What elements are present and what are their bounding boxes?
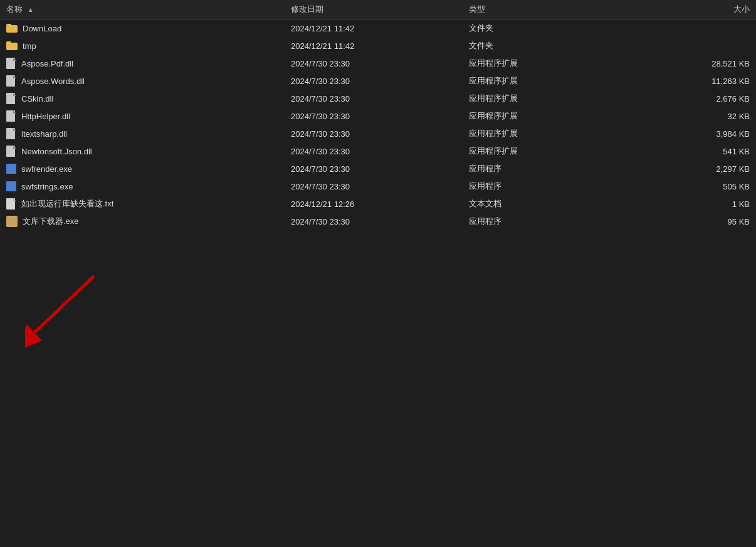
file-modified-1: 2024/12/21 11:42: [285, 37, 463, 55]
table-row[interactable]: tmp2024/12/21 11:42文件夹: [0, 37, 756, 55]
file-name-cell-8: swfrender.exe: [0, 160, 285, 178]
annotation-arrow: [25, 270, 125, 395]
table-row[interactable]: HttpHelper.dll2024/7/30 23:30应用程序扩展32 KB: [0, 107, 756, 125]
table-row[interactable]: Aspose.Pdf.dll2024/7/30 23:30应用程序扩展28,52…: [0, 55, 756, 72]
file-name-text-1: tmp: [23, 41, 36, 51]
file-icon-7: [6, 146, 16, 157]
column-header-size[interactable]: 大小: [622, 0, 756, 19]
file-type-0: 文件夹: [463, 19, 622, 38]
file-name-text-6: itextsharp.dll: [21, 129, 67, 139]
file-name-cell-7: Newtonsoft.Json.dll: [0, 142, 285, 160]
file-name-cell-5: HttpHelper.dll: [0, 107, 285, 125]
file-size-1: [622, 37, 756, 55]
file-type-4: 应用程序扩展: [463, 90, 622, 107]
file-size-2: 28,521 KB: [622, 55, 756, 72]
table-row[interactable]: swfrender.exe2024/7/30 23:30应用程序2,297 KB: [0, 160, 756, 178]
file-modified-10: 2024/12/21 12:26: [285, 195, 463, 213]
table-row[interactable]: Newtonsoft.Json.dll2024/7/30 23:30应用程序扩展…: [0, 142, 756, 160]
file-modified-0: 2024/12/21 11:42: [285, 19, 463, 38]
file-icon-11: [6, 216, 18, 227]
file-size-8: 2,297 KB: [622, 160, 756, 178]
file-name-text-4: CSkin.dll: [21, 94, 53, 104]
table-header-row: 名称 ▲ 修改日期 类型 大小: [0, 0, 756, 19]
file-name-cell-10: 如出现运行库缺失看这.txt: [0, 195, 285, 213]
file-type-7: 应用程序扩展: [463, 142, 622, 160]
column-name-label: 名称: [6, 4, 23, 14]
column-header-type[interactable]: 类型: [463, 0, 622, 19]
file-name-cell-2: Aspose.Pdf.dll: [0, 55, 285, 72]
file-icon-6: [6, 128, 16, 139]
file-icon-1: [6, 41, 18, 50]
file-name-text-11: 文库下载器.exe: [23, 216, 79, 227]
file-name-cell-0: DownLoad: [0, 19, 285, 38]
file-icon-5: [6, 110, 16, 122]
file-type-2: 应用程序扩展: [463, 55, 622, 72]
file-modified-6: 2024/7/30 23:30: [285, 125, 463, 142]
file-icon-3: [6, 75, 16, 87]
file-icon-2: [6, 58, 16, 69]
file-modified-4: 2024/7/30 23:30: [285, 90, 463, 107]
file-modified-7: 2024/7/30 23:30: [285, 142, 463, 160]
file-modified-3: 2024/7/30 23:30: [285, 72, 463, 90]
column-header-name[interactable]: 名称 ▲: [0, 0, 285, 19]
file-name-cell-9: swfstrings.exe: [0, 178, 285, 195]
file-name-cell-4: CSkin.dll: [0, 90, 285, 107]
file-type-9: 应用程序: [463, 178, 622, 195]
table-row[interactable]: CSkin.dll2024/7/30 23:30应用程序扩展2,676 KB: [0, 90, 756, 107]
file-name-cell-3: Aspose.Words.dll: [0, 72, 285, 90]
file-name-text-7: Newtonsoft.Json.dll: [21, 147, 92, 156]
file-size-4: 2,676 KB: [622, 90, 756, 107]
file-type-1: 文件夹: [463, 37, 622, 55]
file-type-10: 文本文档: [463, 195, 622, 213]
table-row[interactable]: DownLoad2024/12/21 11:42文件夹: [0, 19, 756, 38]
table-row[interactable]: swfstrings.exe2024/7/30 23:30应用程序505 KB: [0, 178, 756, 195]
file-name-text-2: Aspose.Pdf.dll: [21, 59, 73, 68]
file-icon-0: [6, 24, 18, 33]
file-type-8: 应用程序: [463, 160, 622, 178]
file-type-3: 应用程序扩展: [463, 72, 622, 90]
file-type-6: 应用程序扩展: [463, 125, 622, 142]
table-row[interactable]: Aspose.Words.dll2024/7/30 23:30应用程序扩展11,…: [0, 72, 756, 90]
column-modified-label: 修改日期: [291, 4, 323, 14]
file-size-10: 1 KB: [622, 195, 756, 213]
file-name-text-3: Aspose.Words.dll: [21, 77, 85, 86]
file-name-text-0: DownLoad: [23, 24, 61, 33]
file-icon-8: [6, 164, 16, 174]
file-modified-9: 2024/7/30 23:30: [285, 178, 463, 195]
file-modified-2: 2024/7/30 23:30: [285, 55, 463, 72]
file-name-text-5: HttpHelper.dll: [21, 112, 70, 121]
file-size-0: [622, 19, 756, 38]
file-name-text-9: swfstrings.exe: [21, 182, 73, 191]
file-name-cell-6: itextsharp.dll: [0, 125, 285, 142]
file-name-cell-1: tmp: [0, 37, 285, 55]
file-size-5: 32 KB: [622, 107, 756, 125]
file-modified-11: 2024/7/30 23:30: [285, 213, 463, 230]
table-row[interactable]: itextsharp.dll2024/7/30 23:30应用程序扩展3,984…: [0, 125, 756, 142]
file-name-cell-11: 文库下载器.exe: [0, 213, 285, 230]
table-row[interactable]: 文库下载器.exe2024/7/30 23:30应用程序95 KB: [0, 213, 756, 230]
column-size-label: 大小: [733, 4, 750, 14]
file-size-6: 3,984 KB: [622, 125, 756, 142]
file-size-3: 11,263 KB: [622, 72, 756, 90]
file-table: 名称 ▲ 修改日期 类型 大小 DownLoad2024/12/21 11:42…: [0, 0, 756, 230]
file-modified-8: 2024/7/30 23:30: [285, 160, 463, 178]
svg-line-1: [34, 276, 94, 332]
file-icon-10: [6, 198, 16, 210]
file-name-text-8: swfrender.exe: [21, 164, 72, 174]
file-name-text-10: 如出现运行库缺失看这.txt: [21, 198, 113, 210]
file-type-11: 应用程序: [463, 213, 622, 230]
file-icon-9: [6, 181, 16, 191]
file-icon-4: [6, 93, 16, 104]
column-type-label: 类型: [469, 4, 485, 14]
table-row[interactable]: 如出现运行库缺失看这.txt2024/12/21 12:26文本文档1 KB: [0, 195, 756, 213]
file-type-5: 应用程序扩展: [463, 107, 622, 125]
file-size-7: 541 KB: [622, 142, 756, 160]
column-header-modified[interactable]: 修改日期: [285, 0, 463, 19]
file-size-9: 505 KB: [622, 178, 756, 195]
file-size-11: 95 KB: [622, 213, 756, 230]
file-modified-5: 2024/7/30 23:30: [285, 107, 463, 125]
file-explorer: 名称 ▲ 修改日期 类型 大小 DownLoad2024/12/21 11:42…: [0, 0, 756, 230]
sort-arrow-icon: ▲: [28, 6, 34, 13]
